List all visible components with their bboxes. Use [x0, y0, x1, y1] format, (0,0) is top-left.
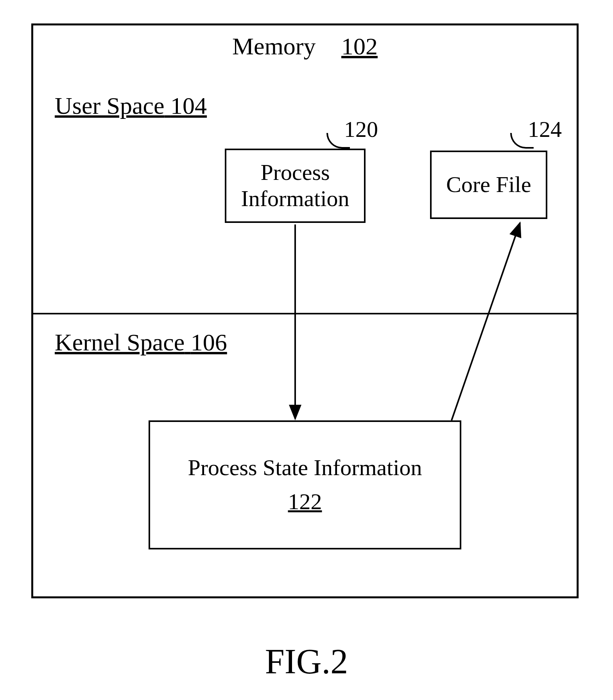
arrow-procstate-to-corefile — [452, 223, 520, 420]
kernel-space-ref: 106 — [191, 329, 227, 355]
proc-state-text: Process State Information — [188, 455, 422, 481]
memory-diagram: Memory 102 User Space 104 Kernel Space 1… — [31, 23, 579, 598]
figure-caption: FIG.2 — [0, 641, 613, 682]
user-space-label: User Space 104 — [55, 92, 207, 120]
process-state-information-box: Process State Information 122 — [149, 420, 461, 549]
user-space-text: User Space — [55, 92, 165, 119]
proc-info-line2: Information — [241, 186, 349, 212]
core-file-box: Core File — [430, 151, 547, 219]
diagram-title: Memory 102 — [33, 32, 577, 60]
kernel-space-text: Kernel Space — [55, 329, 185, 355]
process-information-box: Process Information — [225, 149, 366, 223]
space-divider — [33, 313, 577, 314]
callout-ref-120: 120 — [344, 116, 378, 142]
proc-state-ref: 122 — [288, 489, 322, 515]
proc-info-line1: Process — [260, 160, 330, 186]
core-file-text: Core File — [446, 172, 531, 198]
kernel-space-label: Kernel Space 106 — [55, 328, 227, 356]
title-text: Memory — [232, 33, 316, 59]
callout-ref-124: 124 — [528, 116, 562, 142]
user-space-ref: 104 — [170, 92, 207, 119]
title-ref: 102 — [341, 33, 378, 59]
